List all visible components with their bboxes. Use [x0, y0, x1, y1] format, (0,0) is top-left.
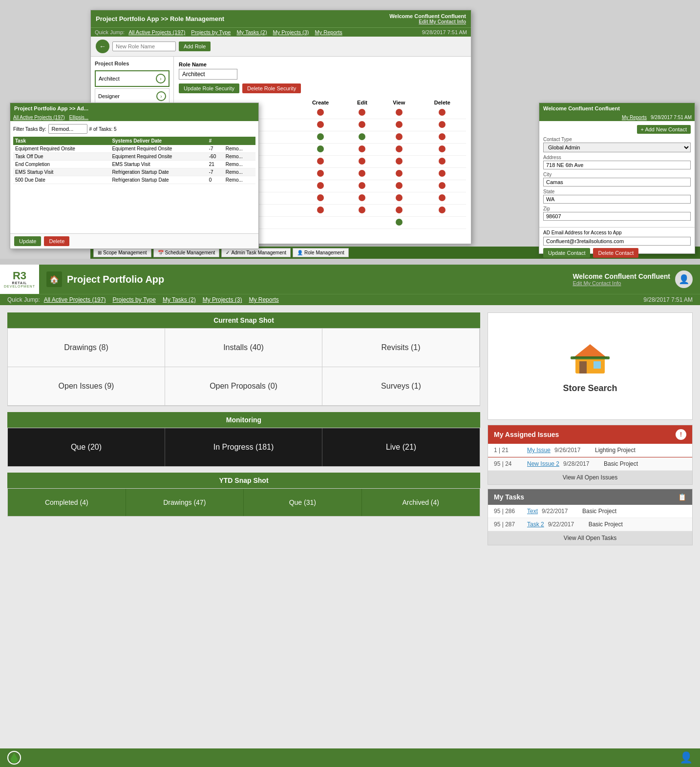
dot-red-icon [359, 158, 365, 165]
address-input[interactable] [543, 161, 691, 169]
task-delete-button[interactable]: Delete [44, 236, 69, 246]
ytd-section: YTD Snap Shot Completed (4) Drawings (47… [7, 473, 480, 517]
nav-all-active[interactable]: All Active Projects (197) [128, 29, 185, 35]
nav-by-type[interactable]: Projects by Type [191, 29, 231, 35]
view-all-tasks-button[interactable]: View All Open Tasks [488, 531, 692, 545]
update-role-security-button[interactable]: Update Role Security [179, 83, 239, 93]
state-label: State [543, 189, 691, 194]
delete-role-security-button[interactable]: Delete Role Security [242, 83, 301, 93]
delete-contact-button[interactable]: Delete Contact [593, 248, 638, 258]
task-date-1: 9/22/2017 [542, 508, 578, 515]
dot-green-icon [359, 133, 365, 140]
dot-red-icon [439, 182, 445, 189]
col-delete: Delete [419, 98, 466, 107]
task-link-2[interactable]: Task 2 [527, 521, 544, 528]
store-search-label: Store Search [563, 383, 617, 394]
role-name-input[interactable] [179, 69, 237, 80]
panel-revisits[interactable]: Revisits (1) [322, 329, 480, 367]
home-button[interactable]: 🏠 [46, 271, 62, 287]
app-title: Project Portfolio App [67, 274, 164, 285]
footer-droplet-icon [8, 752, 20, 764]
task-type: Remo... [224, 153, 255, 161]
contact-type-label: Contact Type [543, 137, 691, 142]
contact-actions: Update Contact Delete Contact [543, 248, 691, 258]
task-name: End Completion [13, 161, 110, 168]
contact-type-select[interactable]: Global Admin [543, 143, 691, 152]
update-contact-button[interactable]: Update Contact [543, 248, 590, 258]
nav-my-reports-main[interactable]: My Reports [249, 296, 278, 303]
ad-email-input[interactable] [543, 237, 691, 246]
tasks-nav-type[interactable]: Ellipsis... [69, 115, 88, 120]
role-item-architect[interactable]: Architect › [95, 70, 170, 87]
panel-in-progress[interactable]: In Progress (181) [165, 428, 322, 466]
nav-by-type-main[interactable]: Projects by Type [112, 296, 156, 303]
tab-role-management[interactable]: 👤 Role Management [293, 248, 349, 257]
task-update-button[interactable]: Update [14, 236, 41, 246]
dot-red-icon [317, 182, 324, 189]
issues-header: My Assigned Issues ! [488, 425, 692, 444]
role-arrow-architect: › [156, 74, 166, 83]
nav-my-projects-main[interactable]: My Projects (3) [203, 296, 242, 303]
panel-completed[interactable]: Completed (4) [8, 489, 126, 516]
dot-red-icon [317, 207, 324, 213]
new-role-name-input[interactable] [112, 41, 176, 51]
store-search-area[interactable]: Store Search [488, 312, 693, 420]
nav-my-tasks[interactable]: My Tasks (2) [236, 29, 267, 35]
tasks-nav-all[interactable]: All Active Projects (197) [13, 115, 65, 120]
tab-admin-task-management[interactable]: ✓ Admin Task Management [221, 248, 291, 257]
task-name: Equipment Required Onsite [13, 145, 110, 153]
logo-box: R3 RETAIL DEVELOPMENT [4, 270, 35, 288]
add-new-contact-button[interactable]: + Add New Contact [637, 125, 691, 134]
task-date-2: 9/22/2017 [548, 521, 585, 528]
city-input[interactable] [543, 178, 691, 187]
issue-link-2[interactable]: New Issue 2 [527, 460, 559, 467]
panel-installs[interactable]: Installs (40) [165, 329, 322, 367]
dot-green-icon [396, 219, 403, 226]
panel-ytd-que[interactable]: Que (31) [244, 489, 362, 516]
zip-input[interactable] [543, 212, 691, 221]
footer-user-icon[interactable]: 👤 [679, 751, 693, 764]
tab-scope-management[interactable]: ⊞ Scope Management [93, 248, 151, 257]
header-edit-contact[interactable]: Edit My Contact Info [573, 280, 670, 286]
panel-live[interactable]: Live (21) [322, 428, 480, 466]
panel-surveys[interactable]: Surveys (1) [322, 367, 480, 406]
filter-input[interactable] [48, 124, 87, 134]
perm-create [296, 107, 345, 119]
panel-open-proposals[interactable]: Open Proposals (0) [165, 367, 322, 406]
issue-link-1[interactable]: My Issue [527, 447, 551, 454]
panel-ytd-drawings[interactable]: Drawings (47) [126, 489, 244, 516]
col-task-name: Task [13, 137, 110, 145]
my-reports-link[interactable]: My Reports [622, 115, 647, 120]
add-role-button[interactable]: Add Role [179, 41, 211, 51]
back-button[interactable]: ← [96, 40, 109, 53]
dot-red-icon [396, 170, 403, 177]
tab-schedule-management[interactable]: 📅 Schedule Management [153, 248, 220, 257]
view-all-issues-button[interactable]: View All Open Issues [488, 471, 692, 484]
dot-red-icon [359, 182, 365, 189]
task-deliver: EMS Startup Visit [110, 161, 207, 168]
role-item-designer[interactable]: Designer › [95, 88, 170, 104]
nav-all-active-main[interactable]: All Active Projects (197) [44, 296, 106, 303]
nav-my-projects[interactable]: My Projects (3) [273, 29, 309, 35]
tasks-window-title: Project Portfolio App >> Ad... [14, 105, 88, 111]
issue-id-1: 1 | 21 [494, 447, 523, 454]
state-input[interactable] [543, 195, 691, 204]
task-project-1: Basic Project [582, 508, 616, 515]
task-deliver: Equipment Required Onsite [110, 153, 207, 161]
monitoring-section: Monitoring Que (20) In Progress (181) Li… [7, 412, 480, 467]
role-label-designer: Designer [98, 93, 120, 99]
welcome-text: Welcome Confluent Confluent [389, 13, 466, 19]
panel-que[interactable]: Que (20) [8, 428, 165, 466]
current-snapshot-grid: Drawings (8) Installs (40) Revisits (1) … [7, 328, 480, 406]
dot-red-icon [317, 170, 324, 177]
nav-my-reports[interactable]: My Reports [315, 29, 342, 35]
svg-marker-3 [573, 344, 607, 358]
edit-contact-link[interactable]: Edit My Contact Info [389, 19, 466, 24]
panel-archived[interactable]: Archived (4) [362, 489, 480, 516]
panel-drawings[interactable]: Drawings (8) [8, 329, 165, 367]
task-link-1[interactable]: Text [527, 508, 538, 515]
dot-red-icon [317, 158, 324, 165]
dot-red-icon [439, 145, 445, 152]
nav-my-tasks-main[interactable]: My Tasks (2) [163, 296, 196, 303]
panel-open-issues[interactable]: Open Issues (9) [8, 367, 165, 406]
